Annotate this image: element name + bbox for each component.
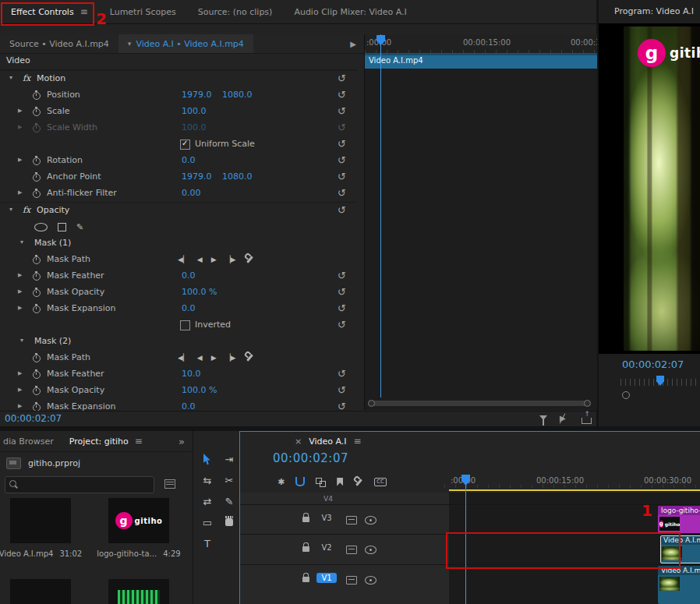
value-field[interactable]: 10.0	[182, 369, 213, 379]
reset-icon[interactable]: ↺	[338, 319, 346, 331]
stopwatch-icon[interactable]	[33, 190, 41, 198]
stopwatch-icon[interactable]	[33, 355, 41, 362]
value-field[interactable]: 1979.0	[182, 171, 213, 182]
reset-icon[interactable]: ↺	[338, 384, 346, 397]
reset-icon[interactable]: ↺	[338, 105, 346, 118]
track-content[interactable]: logo-gitiho-tach-nen.pngfxggitiho	[449, 505, 700, 534]
chevron-right-icon[interactable]: ▶	[18, 370, 22, 376]
mini-time-ruler[interactable]: :00:0000:00:15:0000:00:3	[365, 34, 597, 54]
rectangle-tool[interactable]: ▭	[198, 513, 217, 532]
stopwatch-icon[interactable]	[33, 306, 41, 313]
chevron-right-icon[interactable]: ▶	[18, 272, 22, 278]
stopwatch-icon[interactable]	[33, 273, 41, 281]
value-field[interactable]: 100.0	[182, 122, 213, 132]
project-item[interactable]	[96, 579, 182, 604]
stopwatch-icon[interactable]	[33, 125, 41, 132]
lock-icon[interactable]	[302, 577, 309, 582]
reset-icon[interactable]: ↺	[338, 154, 346, 167]
close-icon[interactable]: ×	[295, 436, 302, 447]
track-forward-icon[interactable]: ▶	[211, 354, 217, 362]
source-patch-icon[interactable]	[346, 576, 357, 585]
chevron-down-icon[interactable]: ▾	[9, 74, 12, 81]
chevron-right-icon[interactable]: ▶	[18, 124, 22, 130]
track-backward-one-icon[interactable]: ◀▏	[178, 256, 189, 263]
value-field[interactable]: 0.0	[182, 270, 213, 281]
time-ruler[interactable]: :00:0000:00:15:0000:00:30:00	[444, 472, 700, 488]
track-name[interactable]: V2	[316, 542, 337, 553]
project-file-row[interactable]: gitiho.prproj	[6, 457, 80, 469]
add-marker-icon[interactable]	[337, 478, 343, 486]
track-forward-one-icon[interactable]: ▕▶	[225, 354, 236, 362]
reset-icon[interactable]: ↺	[338, 368, 346, 380]
clip-logo-gitiho-tach-nen-png[interactable]: logo-gitiho-tach-nen.pngfxggitiho	[658, 506, 700, 533]
search-input[interactable]	[21, 478, 150, 492]
chevron-down-icon[interactable]: ▾	[20, 337, 23, 344]
track-name[interactable]: V1	[316, 573, 337, 583]
chevron-right-icon[interactable]: ▶	[18, 305, 22, 311]
razor-tool[interactable]: ✂	[220, 471, 239, 489]
tab-project[interactable]: Project: gitiho ≡	[62, 436, 150, 447]
stopwatch-icon[interactable]	[33, 92, 41, 100]
chevron-down-icon[interactable]: ▾	[20, 238, 23, 245]
slip-tool[interactable]: ⇄	[198, 492, 217, 510]
project-item[interactable]: ggitihologo-gitiho-ta...4:29	[96, 498, 182, 558]
stopwatch-icon[interactable]	[33, 108, 41, 116]
pen-tool[interactable]: ✎	[220, 492, 239, 510]
chevron-right-icon[interactable]: ▶	[350, 40, 356, 48]
tab-audio-clip-mixer-video-a-i[interactable]: Audio Clip Mixer: Video A.I	[283, 0, 417, 23]
hand-tool[interactable]	[220, 513, 239, 532]
chevron-right-icon[interactable]: ▶	[18, 403, 22, 409]
selection-tool[interactable]	[198, 450, 217, 468]
project-item[interactable]: Video A.I.mp431:02	[0, 498, 83, 558]
type-tool[interactable]: T	[198, 534, 217, 553]
reset-icon[interactable]: ↺	[338, 302, 346, 315]
mini-playhead-line[interactable]	[380, 34, 381, 397]
toggle-track-output-icon[interactable]	[365, 546, 377, 554]
value-field[interactable]: 100.0 %	[182, 287, 217, 297]
stopwatch-icon[interactable]	[33, 371, 41, 379]
chevron-right-icon[interactable]: ▶	[18, 387, 22, 393]
tab-program[interactable]: Program: Video A.I	[614, 6, 694, 16]
chevron-right-icon[interactable]: ▶	[18, 189, 22, 196]
tab-lumetri-scopes[interactable]: Lumetri Scopes	[99, 0, 187, 23]
track-forward-icon[interactable]: ▶	[211, 256, 217, 263]
chevron-right-icon[interactable]: ▶	[18, 157, 22, 163]
mini-horizontal-scrollbar[interactable]	[371, 401, 588, 406]
reset-icon[interactable]: ↺	[338, 138, 346, 150]
stopwatch-icon[interactable]	[33, 174, 41, 182]
clip-video-a-i-mp4-v[interactable]: Video A.I.mp4 [V]fx	[658, 566, 700, 604]
overflow-tabs-icon[interactable]: »	[179, 436, 193, 447]
reset-icon[interactable]: ↺	[338, 286, 346, 298]
filter-icon[interactable]	[539, 415, 547, 420]
scrollbar-knob[interactable]	[622, 391, 630, 399]
toggle-track-output-icon[interactable]	[365, 516, 377, 525]
mask-row-mask-2[interactable]: ▾Mask (2)	[0, 334, 357, 350]
value-field[interactable]: 0.00	[182, 188, 213, 198]
timeline-settings-icon[interactable]	[354, 477, 363, 487]
tab-media-browser[interactable]: dia Browser	[0, 436, 62, 447]
chevron-right-icon[interactable]: ▶	[18, 288, 22, 295]
track-select-tool[interactable]: ⇥	[220, 450, 239, 468]
stopwatch-icon[interactable]	[33, 256, 41, 264]
value-field[interactable]: 100.0 %	[182, 385, 217, 395]
wrench-icon[interactable]	[245, 254, 254, 264]
tab-source-no-clips[interactable]: Source: (no clips)	[187, 0, 284, 23]
track-content[interactable]	[449, 493, 700, 504]
rect-mask-icon[interactable]	[58, 223, 66, 231]
reset-icon[interactable]: ↺	[338, 72, 346, 85]
view-options-button[interactable]	[161, 476, 179, 492]
nest-icon[interactable]: ✱	[278, 477, 285, 487]
reset-icon[interactable]: ↺	[338, 270, 346, 282]
current-timecode[interactable]: 00:00:02:07	[5, 413, 62, 424]
sequence-tab[interactable]: × Video A.I ≡	[295, 436, 362, 447]
value-field[interactable]: 0.0	[182, 155, 213, 165]
value-field[interactable]: 1979.0	[182, 90, 213, 100]
captions-icon[interactable]: CC	[374, 478, 387, 486]
reset-icon[interactable]: ↺	[338, 89, 346, 101]
source-clip-label[interactable]: Source • Video A.I.mp4	[0, 39, 118, 49]
track-content[interactable]: Video A.I.mp4 [V]fx	[449, 565, 700, 604]
source-patch-icon[interactable]	[346, 516, 357, 525]
stopwatch-icon[interactable]	[33, 387, 41, 395]
reset-icon[interactable]: ↺	[338, 122, 346, 134]
toggle-track-output-icon[interactable]	[365, 576, 377, 585]
